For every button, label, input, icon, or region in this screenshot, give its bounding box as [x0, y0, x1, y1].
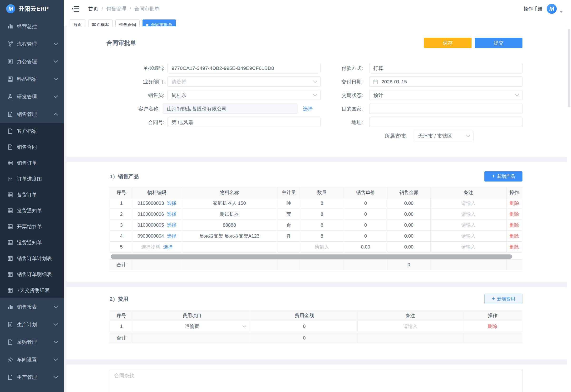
address-input[interactable]	[369, 117, 523, 127]
sidebar-subitem-6[interactable]: 开票结算单	[0, 219, 64, 235]
grid-icon	[7, 239, 13, 246]
contract-no-label: 合同号:	[110, 119, 167, 126]
sidebar-subitem-4[interactable]: 备货订单	[0, 187, 64, 203]
tabs-bar: 首页客户档案销售合同合同审批单	[64, 18, 571, 26]
sidebar-subitem-5[interactable]: 发货通知单	[0, 203, 64, 219]
delivery-date-input[interactable]	[369, 76, 523, 87]
delete-row-link[interactable]: 删除	[510, 211, 519, 217]
sidebar-item-3[interactable]: 料品档案	[0, 70, 64, 88]
price-input[interactable]: 0	[364, 233, 367, 239]
breadcrumb-home[interactable]: 首页	[88, 5, 98, 12]
sidebar-subitem-2[interactable]: 销售订单	[0, 155, 64, 171]
vertical-scrollbar-thumb[interactable]	[568, 29, 570, 107]
manual-link[interactable]: 操作手册	[523, 6, 542, 12]
fees-total-row: 合计0	[110, 333, 522, 343]
payment-input[interactable]	[369, 63, 523, 73]
quantity-input[interactable]: 请输入	[315, 244, 329, 250]
delivery-status-select[interactable]	[369, 90, 523, 100]
sidebar-item-5[interactable]: 销售管理	[0, 105, 64, 123]
tab-0[interactable]: 首页	[70, 19, 85, 26]
tab-3[interactable]: 合同审批单	[143, 19, 176, 26]
sheet-icon	[7, 255, 13, 262]
tab-2[interactable]: 销售合同	[115, 19, 140, 26]
customer-select-link[interactable]: 选择	[303, 105, 313, 112]
material-code[interactable]: 0903000004	[137, 233, 164, 239]
cell-remark: 请输入	[431, 209, 507, 220]
remark-input[interactable]: 请输入	[403, 323, 418, 330]
sidebar-item-10[interactable]: 生产管理	[0, 368, 64, 386]
cell-unit	[278, 242, 300, 252]
doc-no-input[interactable]	[167, 63, 320, 73]
sidebar-subitem-7[interactable]: 退货通知单	[0, 235, 64, 251]
contract-terms-textarea[interactable]	[110, 369, 523, 392]
province-label: 所属省/市:	[346, 133, 414, 139]
hamburger-icon[interactable]	[72, 6, 79, 12]
price-input[interactable]: 0.00	[361, 244, 370, 250]
unit: 台	[286, 222, 291, 228]
add-product-button[interactable]: + 新增产品	[484, 171, 523, 182]
delete-row-link[interactable]: 删除	[510, 244, 519, 250]
sidebar-item-7[interactable]: 生产计划	[0, 316, 64, 333]
sidebar-subitem-9[interactable]: 销售订单明细表	[0, 266, 64, 282]
province-cascader[interactable]	[414, 131, 473, 141]
chevron-down-icon	[54, 341, 58, 344]
remark-input[interactable]: 请输入	[461, 222, 476, 228]
column-header: 操作	[507, 187, 522, 198]
sidebar-item-8[interactable]: 采购管理	[0, 333, 64, 351]
price-input[interactable]: 0	[364, 211, 367, 217]
salesman-select[interactable]	[167, 90, 320, 100]
department-select[interactable]	[167, 76, 320, 87]
sidebar-subitem-10[interactable]: 7天交货明细表	[0, 282, 64, 298]
quantity-input[interactable]: 8	[320, 211, 323, 217]
plus-icon: +	[492, 296, 495, 301]
contract-no-input[interactable]	[167, 117, 320, 127]
sidebar-item-9[interactable]: 车间设置	[0, 351, 64, 368]
price-input[interactable]: 0	[364, 222, 367, 228]
quantity-input[interactable]: 8	[320, 222, 323, 228]
sidebar-item-0[interactable]: 经营总控	[0, 18, 64, 35]
quantity-input[interactable]: 8	[320, 200, 323, 206]
sidebar-item-6[interactable]: 销售报表	[0, 298, 64, 316]
delete-row-link[interactable]: 删除	[510, 200, 519, 207]
sidebar-item-4[interactable]: 研发管理	[0, 88, 64, 105]
sidebar-subitem-8[interactable]: 销售订单计划表	[0, 251, 64, 266]
cell-amount: 0.00	[387, 198, 431, 209]
sidebar-item-label: 研发管理	[17, 93, 54, 100]
fee-item-select[interactable]: 运输费	[185, 323, 199, 330]
select-material-link[interactable]: 选择	[167, 222, 176, 228]
select-material-link[interactable]: 选择	[163, 244, 173, 250]
sidebar-subitem-3[interactable]: 订单进度图	[0, 171, 64, 187]
cell-amount: 0.00	[387, 242, 431, 252]
remark-input[interactable]: 请输入	[461, 200, 476, 207]
select-material-link[interactable]: 选择	[167, 233, 176, 239]
remark-input[interactable]: 请输入	[461, 211, 476, 217]
submit-button[interactable]: 提交	[475, 38, 523, 48]
sidebar-subitem-0[interactable]: 客户档案	[0, 123, 64, 139]
dropdown-caret-icon[interactable]	[560, 11, 563, 13]
horizontal-scrollbar-thumb[interactable]	[111, 254, 512, 259]
material-code[interactable]: 0100000006	[137, 211, 164, 217]
sidebar-item-2[interactable]: 办公管理	[0, 53, 64, 70]
add-fee-button[interactable]: + 新增费用	[484, 294, 523, 304]
fee-amount-input[interactable]: 0	[303, 323, 305, 329]
material-code[interactable]: 0105000003	[137, 200, 164, 206]
dest-country-input[interactable]	[369, 104, 523, 114]
chevron-down-icon	[515, 94, 519, 97]
remark-input[interactable]: 请输入	[461, 233, 476, 239]
delete-row-link[interactable]: 删除	[488, 323, 497, 330]
select-material-link[interactable]: 选择	[167, 211, 176, 217]
price-input[interactable]: 0	[364, 200, 367, 206]
material-code[interactable]: 0100000005	[137, 222, 164, 228]
select-material-link[interactable]: 选择	[167, 200, 176, 207]
save-button[interactable]: 保存	[424, 38, 472, 48]
delete-row-link[interactable]: 删除	[510, 222, 519, 228]
remark-input[interactable]: 请输入	[461, 244, 476, 250]
quantity-input[interactable]: 8	[320, 233, 323, 239]
delete-row-link[interactable]: 删除	[510, 233, 519, 239]
cell-qty: 8	[300, 220, 344, 231]
avatar[interactable]: M	[547, 4, 557, 14]
tab-1[interactable]: 客户档案	[88, 19, 113, 26]
material-code[interactable]: 选择物料	[141, 244, 160, 250]
sidebar-subitem-1[interactable]: 销售合同	[0, 139, 64, 155]
sidebar-item-1[interactable]: 流程管理	[0, 35, 64, 53]
